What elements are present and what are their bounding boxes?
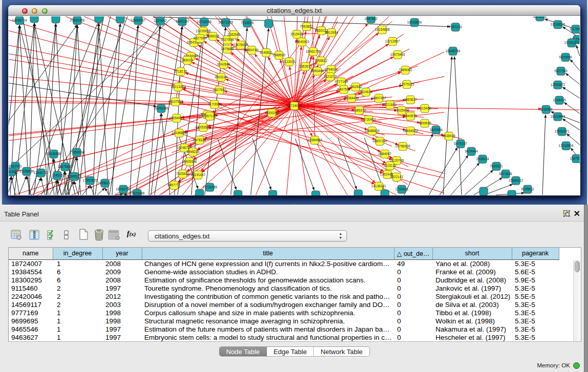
svg-text:13640910: 13640910	[295, 40, 310, 43]
svg-text:6479197: 6479197	[454, 142, 467, 145]
svg-text:9242848: 9242848	[217, 62, 230, 66]
svg-text:7663822: 7663822	[300, 25, 313, 28]
svg-text:1362615: 1362615	[299, 64, 312, 68]
svg-text:19191447: 19191447	[191, 173, 206, 177]
svg-text:18654983: 18654983	[169, 116, 184, 120]
svg-text:16648784: 16648784	[446, 49, 461, 53]
svg-text:2487682: 2487682	[364, 17, 378, 20]
svg-text:1522143: 1522143	[390, 175, 403, 179]
svg-text:3215958: 3215958	[539, 107, 553, 111]
svg-text:23226058: 23226058	[196, 29, 211, 33]
svg-text:9474444: 9474444	[465, 149, 478, 153]
svg-text:10025438: 10025438	[395, 108, 409, 112]
svg-text:18654923: 18654923	[403, 129, 418, 133]
svg-text:2884067: 2884067	[378, 152, 391, 156]
svg-text:6466160: 6466160	[176, 19, 189, 23]
svg-text:1117842: 1117842	[570, 27, 580, 31]
svg-text:12923468: 12923468	[130, 191, 145, 195]
svg-text:1615132: 1615132	[383, 164, 397, 167]
svg-text:17957825: 17957825	[83, 179, 98, 182]
svg-text:8878334: 8878334	[193, 138, 206, 142]
svg-text:20756928: 20756928	[396, 144, 410, 148]
svg-text:20053346: 20053346	[154, 106, 169, 110]
svg-text:2803144: 2803144	[214, 75, 228, 79]
svg-text:12093872: 12093872	[551, 83, 565, 86]
svg-text:18300295: 18300295	[265, 111, 279, 115]
svg-text:9227343: 9227343	[554, 69, 568, 73]
svg-text:19166825: 19166825	[172, 131, 187, 135]
svg-text:20364436: 20364436	[344, 96, 359, 100]
svg-text:15716485: 15716485	[203, 185, 217, 189]
svg-text:23676038: 23676038	[233, 43, 248, 47]
svg-text:10654112: 10654112	[509, 179, 524, 182]
svg-text:7955812: 7955812	[314, 59, 328, 62]
svg-text:8221663: 8221663	[383, 103, 397, 106]
svg-text:1167533: 1167533	[570, 157, 580, 160]
svg-text:9457771: 9457771	[167, 183, 181, 187]
svg-text:3267130: 3267130	[203, 114, 216, 118]
svg-text:8990448: 8990448	[311, 69, 324, 73]
svg-text:6497508: 6497508	[337, 87, 351, 91]
svg-text:8471636: 8471636	[499, 172, 512, 176]
svg-text:16107553: 16107553	[168, 100, 183, 103]
svg-text:20206556: 20206556	[47, 152, 61, 156]
svg-text:9115460: 9115460	[419, 106, 431, 110]
svg-text:19384554: 19384554	[308, 138, 322, 142]
svg-text:15751074: 15751074	[564, 41, 579, 45]
svg-text:1549575: 1549575	[404, 114, 417, 118]
svg-text:16210643: 16210643	[551, 115, 565, 118]
svg-text:9777169: 9777169	[335, 80, 348, 83]
svg-text:1621072: 1621072	[323, 75, 337, 78]
svg-text:14353594: 14353594	[196, 125, 211, 129]
svg-text:7625402: 7625402	[176, 172, 189, 176]
svg-text:989013: 989013	[182, 58, 193, 62]
svg-text:2718176: 2718176	[174, 70, 187, 73]
svg-text:10958117: 10958117	[98, 181, 113, 185]
svg-text:1170065: 1170065	[208, 102, 221, 106]
svg-text:10807457: 10807457	[372, 96, 386, 100]
svg-text:3122031: 3122031	[282, 60, 296, 63]
svg-text:17016504: 17016504	[559, 144, 574, 147]
svg-text:7386372: 7386372	[353, 108, 366, 112]
svg-text:15692971: 15692971	[555, 129, 570, 133]
svg-text:3912954: 3912954	[325, 31, 338, 34]
svg-text:18807249: 18807249	[373, 139, 387, 143]
svg-text:17359934: 17359934	[70, 150, 84, 154]
svg-text:7485063: 7485063	[399, 68, 412, 72]
svg-text:12942717: 12942717	[34, 171, 49, 174]
svg-text:10973493: 10973493	[390, 53, 405, 56]
svg-text:8413001: 8413001	[9, 164, 22, 168]
svg-text:8454749: 8454749	[245, 48, 258, 52]
svg-text:6794028: 6794028	[324, 68, 338, 71]
svg-text:8813014: 8813014	[533, 16, 547, 18]
svg-text:12975115: 12975115	[400, 82, 415, 86]
svg-text:114515: 114515	[52, 173, 63, 177]
svg-text:3624514: 3624514	[359, 90, 373, 94]
svg-text:1527602: 1527602	[154, 19, 167, 23]
svg-text:9327509: 9327509	[193, 36, 207, 40]
svg-text:14055714: 14055714	[12, 18, 27, 22]
svg-text:15720407: 15720407	[361, 118, 376, 121]
svg-text:12213967: 12213967	[385, 39, 400, 43]
svg-text:7632621: 7632621	[490, 164, 503, 168]
svg-text:7462662: 7462662	[349, 85, 362, 89]
svg-text:2935114: 2935114	[476, 157, 489, 161]
svg-text:19975887: 19975887	[58, 165, 73, 168]
svg-text:9146821: 9146821	[259, 51, 273, 54]
svg-text:12156859: 12156859	[19, 169, 34, 173]
svg-text:12905115: 12905115	[67, 174, 82, 178]
svg-text:16154838: 16154838	[375, 28, 390, 31]
svg-text:16671315: 16671315	[219, 20, 233, 24]
svg-text:10719155: 10719155	[197, 20, 212, 24]
svg-text:20691406: 20691406	[70, 18, 85, 22]
svg-text:1588520: 1588520	[272, 53, 286, 57]
svg-text:1515419: 1515419	[290, 32, 303, 36]
svg-text:8186328: 8186328	[206, 34, 220, 38]
svg-text:14136141: 14136141	[372, 184, 386, 188]
svg-text:1244415: 1244415	[553, 98, 566, 102]
svg-text:19218506: 19218506	[551, 23, 565, 26]
svg-text:2182546: 2182546	[227, 33, 241, 36]
svg-text:18724007: 18724007	[287, 104, 302, 107]
svg-text:16961758: 16961758	[306, 50, 321, 53]
svg-text:391557: 391557	[9, 170, 17, 173]
